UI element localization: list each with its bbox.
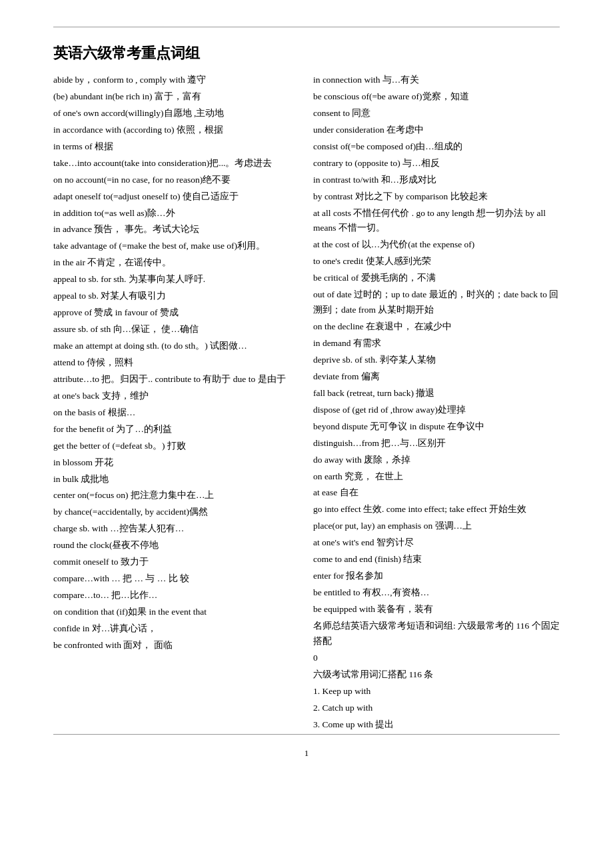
list-item: be equipped with 装备有，装有 <box>313 602 560 617</box>
list-item: consent to 同意 <box>313 106 560 121</box>
list-item: enter for 报名参加 <box>313 569 560 584</box>
list-item: to one's credit 使某人感到光荣 <box>313 254 560 269</box>
list-item: at one's wit's end 智穷计尽 <box>313 535 560 551</box>
list-item: commit oneself to 致力于 <box>53 555 293 570</box>
list-item: center on(=focus on) 把注意力集中在…上 <box>53 488 293 503</box>
list-item: out of date 过时的；up to date 最近的，时兴的；date … <box>313 287 560 318</box>
list-item: 六级考试常用词汇搭配 116 条 <box>313 667 560 683</box>
list-item: 1. Keep up with <box>313 684 560 699</box>
list-item: 2. Catch up with <box>313 701 560 716</box>
content-area: abide by，conform to , comply with 遵守(be)… <box>53 73 560 734</box>
list-item: be critical of 爱挑毛病的，不满 <box>313 271 560 286</box>
list-item: assure sb. of sth 向…保证， 使…确信 <box>53 322 293 337</box>
list-item: at one's back 支持，维护 <box>53 389 293 404</box>
list-item: get the better of (=defeat sb。) 打败 <box>53 439 293 454</box>
list-item: on the basis of 根据… <box>53 405 293 421</box>
list-item: appeal to sb. for sth. 为某事向某人呼吁. <box>53 272 293 287</box>
list-item: be confronted with 面对， 面临 <box>53 638 293 653</box>
list-item: take advantage of (=make the best of, ma… <box>53 239 293 254</box>
list-item: be entitled to 有权…,有资格… <box>313 585 560 601</box>
list-item: distinguish…from 把…与…区别开 <box>313 436 560 451</box>
list-item: appeal to sb. 对某人有吸引力 <box>53 289 293 304</box>
list-item: place(or put, lay) an emphasis on 强调…上 <box>313 519 560 534</box>
list-item: in contrast to/with 和…形成对比 <box>313 173 560 188</box>
list-item: confide in 对…讲真心话， <box>53 621 293 637</box>
list-item: in the air 不肯定，在谣传中。 <box>53 255 293 271</box>
list-item: adapt oneself to(=adjust oneself to) 使自己… <box>53 189 293 205</box>
list-item: fall back (retreat, turn back) 撤退 <box>313 386 560 401</box>
list-item: at ease 自在 <box>313 485 560 501</box>
list-item: make an attempt at doing sth. (to do sth… <box>53 339 293 354</box>
list-item: by chance(=accidentally, by accident)偶然 <box>53 505 293 520</box>
list-item: abide by，conform to , comply with 遵守 <box>53 73 293 88</box>
list-item: come to and end (finish) 结束 <box>313 552 560 567</box>
list-item: in terms of 根据 <box>53 139 293 155</box>
list-item: be conscious of(=be aware of)觉察，知道 <box>313 89 560 105</box>
top-divider <box>53 27 560 27</box>
list-item: on the decline 在衰退中， 在减少中 <box>313 319 560 335</box>
list-item: on no account(=in no case, for no reason… <box>53 173 293 188</box>
list-item: in connection with 与…有关 <box>313 73 560 88</box>
list-item: in demand 有需求 <box>313 336 560 351</box>
list-item: on condition that (if)如果 in the event th… <box>53 605 293 620</box>
list-item: (be) abundant in(be rich in) 富于，富有 <box>53 89 293 105</box>
list-item: contrary to (opposite to) 与…相反 <box>313 156 560 171</box>
list-item: round the clock(昼夜不停地 <box>53 538 293 553</box>
list-item: 0 <box>313 651 560 666</box>
bottom-divider <box>53 734 560 735</box>
left-column: abide by，conform to , comply with 遵守(be)… <box>53 73 306 734</box>
list-item: 3. Come up with 提出 <box>313 717 560 733</box>
list-item: attribute…to 把。归因于.. contribute to 有助于 d… <box>53 372 293 387</box>
list-item: go into effect 生效. come into effect; tak… <box>313 502 560 517</box>
list-item: do away with 废除，杀掉 <box>313 453 560 468</box>
list-item: compare…to… 把…比作… <box>53 588 293 603</box>
list-item: beyond dispute 无可争议 in dispute 在争议中 <box>313 419 560 435</box>
list-item: 名师总结英语六级常考短语和词组: 六级最常考的 116 个固定搭配 <box>313 619 560 649</box>
list-item: at all costs 不惜任何代价 . go to any length 想… <box>313 206 560 237</box>
page: 英语六级常考重点词组 abide by，conform to , comply … <box>0 0 613 868</box>
right-column: in connection with 与…有关be conscious of(=… <box>306 73 560 734</box>
list-item: on earth 究竟， 在世上 <box>313 469 560 485</box>
list-item: under consideration 在考虑中 <box>313 123 560 138</box>
page-title: 英语六级常考重点词组 <box>53 43 560 63</box>
list-item: deprive sb. of sth. 剥夺某人某物 <box>313 353 560 368</box>
page-number: 1 <box>53 748 560 759</box>
list-item: in bulk 成批地 <box>53 472 293 487</box>
list-item: in advance 预告， 事先。考试大论坛 <box>53 222 293 237</box>
list-item: take…into account(take into consideratio… <box>53 156 293 171</box>
list-item: attend to 侍候，照料 <box>53 355 293 371</box>
list-item: charge sb. with …控告某人犯有… <box>53 521 293 537</box>
list-item: of one's own accord(willingly)自愿地 ,主动地 <box>53 106 293 121</box>
list-item: dispose of (get rid of ,throw away)处理掉 <box>313 403 560 418</box>
list-item: at the cost of 以…为代价(at the expense of) <box>313 237 560 253</box>
list-item: for the benefit of 为了…的利益 <box>53 422 293 437</box>
list-item: deviate from 偏离 <box>313 369 560 385</box>
list-item: in accordance with (according to) 依照，根据 <box>53 123 293 138</box>
list-item: in addition to(=as well as)除…外 <box>53 206 293 221</box>
list-item: in blossom 开花 <box>53 455 293 471</box>
list-item: by contrast 对比之下 by comparison 比较起来 <box>313 189 560 205</box>
list-item: approve of 赞成 in favour of 赞成 <box>53 305 293 321</box>
list-item: consist of(=be composed of)由…组成的 <box>313 139 560 155</box>
list-item: compare…with … 把 … 与 … 比 较 <box>53 571 293 587</box>
